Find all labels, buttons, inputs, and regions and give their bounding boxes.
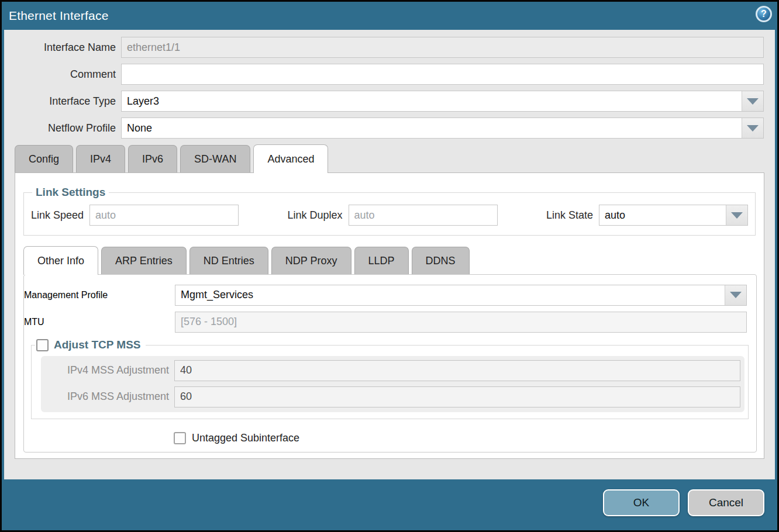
tab-ipv6[interactable]: IPv6 — [128, 145, 177, 172]
dialog-title: Ethernet Interface — [9, 9, 109, 23]
management-profile-row: Management Profile Mgmt_Services — [24, 285, 747, 305]
link-settings-row: Link Speed Link Duplex Link State auto — [29, 199, 750, 227]
dialog-titlebar: Ethernet Interface ? — [2, 2, 777, 30]
link-duplex-label: Link Duplex — [287, 209, 348, 222]
tab-config[interactable]: Config — [15, 145, 73, 172]
link-state-value: auto — [599, 205, 726, 225]
ok-button[interactable]: OK — [603, 489, 680, 516]
link-duplex-field[interactable] — [349, 205, 498, 226]
ipv4-mss-field — [174, 360, 740, 381]
primary-tabstrip: Config IPv4 IPv6 SD-WAN Advanced — [4, 144, 775, 172]
netflow-profile-dropdown-button[interactable] — [742, 118, 763, 138]
link-speed-item: Link Speed — [31, 205, 239, 226]
ipv4-mss-row: IPv4 MSS Adjustment — [41, 360, 740, 381]
interface-type-row: Interface Type Layer3 — [4, 91, 764, 112]
interface-type-label: Interface Type — [4, 95, 121, 108]
interface-name-field — [121, 37, 764, 58]
adjust-tcp-mss-group: Adjust TCP MSS IPv4 MSS Adjustment IPv6 … — [31, 338, 749, 419]
link-state-item: Link State auto — [546, 205, 748, 226]
link-speed-field[interactable] — [89, 205, 239, 226]
netflow-profile-label: Netflow Profile — [4, 122, 121, 134]
tab-advanced[interactable]: Advanced — [253, 144, 328, 173]
adjust-tcp-mss-checkbox[interactable] — [36, 339, 49, 351]
management-profile-dropdown-button[interactable] — [725, 285, 746, 305]
link-settings-group: Link Settings Link Speed Link Duplex Lin… — [23, 186, 756, 236]
link-speed-label: Link Speed — [31, 209, 89, 222]
ipv6-mss-row: IPv6 MSS Adjustment — [41, 386, 740, 407]
chevron-down-icon — [747, 98, 759, 105]
dialog-body: Interface Name Comment Interface Type La… — [4, 30, 775, 479]
mtu-row: MTU — [24, 312, 747, 332]
tab-ndp-proxy[interactable]: NDP Proxy — [271, 247, 351, 274]
advanced-tab-panel: Link Settings Link Speed Link Duplex Lin… — [15, 172, 764, 459]
interface-type-select[interactable]: Layer3 — [121, 91, 764, 112]
interface-name-label: Interface Name — [4, 42, 121, 54]
link-state-select[interactable]: auto — [599, 205, 748, 226]
link-settings-legend: Link Settings — [32, 186, 109, 199]
netflow-profile-value: None — [122, 118, 742, 138]
adjust-tcp-mss-label: Adjust TCP MSS — [54, 338, 141, 351]
ipv6-mss-field — [174, 386, 740, 407]
netflow-profile-select[interactable]: None — [121, 118, 764, 139]
interface-name-row: Interface Name — [4, 37, 764, 58]
tab-lldp[interactable]: LLDP — [354, 247, 409, 274]
tab-arp-entries[interactable]: ARP Entries — [101, 247, 187, 274]
dialog-footer: OK Cancel — [2, 479, 777, 530]
tab-ddns[interactable]: DDNS — [412, 247, 470, 274]
comment-field[interactable] — [121, 64, 764, 85]
other-info-panel: Management Profile Mgmt_Services MTU — [23, 274, 757, 452]
untagged-subinterface-label: Untagged Subinterface — [192, 432, 299, 444]
tab-other-info[interactable]: Other Info — [23, 246, 98, 275]
help-icon[interactable]: ? — [756, 6, 772, 22]
secondary-tabstrip: Other Info ARP Entries ND Entries NDP Pr… — [15, 246, 764, 274]
comment-row: Comment — [4, 64, 764, 85]
management-profile-value: Mgmt_Services — [175, 285, 725, 305]
mtu-field[interactable] — [175, 312, 747, 333]
cancel-button[interactable]: Cancel — [688, 489, 764, 516]
netflow-profile-row: Netflow Profile None — [4, 118, 764, 139]
adjust-tcp-mss-legend: Adjust TCP MSS — [35, 338, 146, 351]
interface-type-dropdown-button[interactable] — [742, 91, 763, 111]
untagged-subinterface-row: Untagged Subinterface — [174, 432, 756, 444]
chevron-down-icon — [747, 125, 759, 132]
ipv6-mss-label: IPv6 MSS Adjustment — [41, 391, 174, 403]
chevron-down-icon — [731, 212, 743, 219]
tab-nd-entries[interactable]: ND Entries — [189, 247, 268, 274]
link-duplex-item: Link Duplex — [287, 205, 497, 226]
management-profile-label: Management Profile — [24, 290, 175, 300]
link-state-dropdown-button[interactable] — [726, 205, 747, 225]
ethernet-interface-dialog: Ethernet Interface ? Interface Name Comm… — [0, 0, 779, 532]
link-state-label: Link State — [546, 209, 599, 222]
ipv4-mss-label: IPv4 MSS Adjustment — [41, 364, 174, 376]
tab-ipv4[interactable]: IPv4 — [76, 145, 125, 172]
mss-disabled-box: IPv4 MSS Adjustment IPv6 MSS Adjustment — [41, 356, 744, 412]
tab-sdwan[interactable]: SD-WAN — [180, 145, 250, 172]
chevron-down-icon — [730, 292, 742, 298]
management-profile-select[interactable]: Mgmt_Services — [175, 285, 747, 306]
interface-type-value: Layer3 — [122, 91, 742, 111]
untagged-subinterface-checkbox[interactable] — [174, 432, 186, 444]
mtu-label: MTU — [24, 317, 175, 327]
comment-label: Comment — [4, 68, 121, 81]
